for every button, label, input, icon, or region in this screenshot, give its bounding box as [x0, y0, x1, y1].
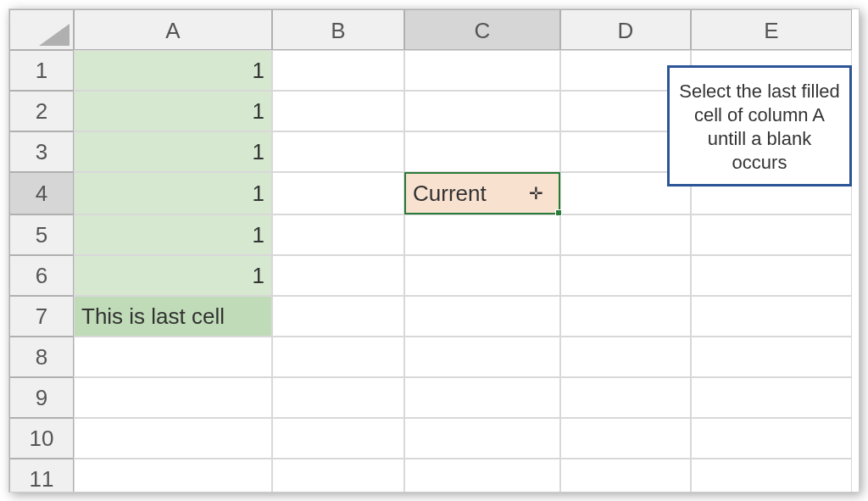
row-header-11[interactable]: 11	[9, 459, 74, 493]
row-header-2[interactable]: 2	[9, 91, 74, 131]
row-header-8[interactable]: 8	[9, 337, 74, 377]
cell-a3[interactable]: 1	[74, 131, 272, 172]
cell-b1[interactable]	[272, 50, 404, 91]
cell-b3[interactable]	[272, 131, 404, 172]
cell-d8[interactable]	[560, 337, 691, 377]
cell-c7[interactable]	[404, 296, 560, 337]
cell-b2[interactable]	[272, 91, 404, 131]
cell-a2[interactable]: 1	[74, 91, 272, 131]
cell-c6[interactable]	[404, 255, 560, 296]
col-header-c[interactable]: C	[404, 9, 560, 50]
cell-e9[interactable]	[691, 377, 852, 418]
cell-d9[interactable]	[560, 377, 691, 418]
cell-e6[interactable]	[691, 255, 852, 296]
cell-d6[interactable]	[560, 255, 691, 296]
cell-a7[interactable]: This is last cell	[74, 296, 272, 337]
cell-b7[interactable]	[272, 296, 404, 337]
cell-a6[interactable]: 1	[74, 255, 272, 296]
cell-b8[interactable]	[272, 337, 404, 377]
cell-c3[interactable]	[404, 131, 560, 172]
col-header-a[interactable]: A	[74, 9, 272, 50]
cell-e5[interactable]	[691, 214, 852, 255]
cell-a1[interactable]: 1	[74, 50, 272, 91]
cell-a11[interactable]	[74, 459, 272, 493]
cell-a8[interactable]	[74, 337, 272, 377]
col-header-b[interactable]: B	[272, 9, 404, 50]
row-header-6[interactable]: 6	[9, 255, 74, 296]
cell-d5[interactable]	[560, 214, 691, 255]
cell-a5[interactable]: 1	[74, 214, 272, 255]
row-header-5[interactable]: 5	[9, 214, 74, 255]
row-header-4[interactable]: 4	[9, 172, 74, 214]
fill-handle[interactable]	[555, 209, 562, 216]
cell-cursor-icon: ✛	[529, 183, 543, 203]
col-header-e[interactable]: E	[691, 9, 852, 50]
cell-c9[interactable]	[404, 377, 560, 418]
row-header-3[interactable]: 3	[9, 131, 74, 172]
col-header-d[interactable]: D	[560, 9, 691, 50]
cell-e7[interactable]	[691, 296, 852, 337]
cell-c1[interactable]	[404, 50, 560, 91]
cell-d7[interactable]	[560, 296, 691, 337]
cell-c11[interactable]	[404, 459, 560, 493]
select-all-corner[interactable]	[9, 9, 74, 50]
cell-e11[interactable]	[691, 459, 852, 493]
cell-c5[interactable]	[404, 214, 560, 255]
cell-b6[interactable]	[272, 255, 404, 296]
cell-c10[interactable]	[404, 418, 560, 459]
cell-d10[interactable]	[560, 418, 691, 459]
cell-c4[interactable]: Current ✛	[404, 172, 560, 214]
cell-b5[interactable]	[272, 214, 404, 255]
spreadsheet[interactable]: A B C D E 1 1 2 1 3 1 4 1 Current ✛	[8, 8, 860, 493]
instruction-textbox[interactable]: Select the last filled cell of column A …	[667, 65, 852, 186]
cell-e8[interactable]	[691, 337, 852, 377]
cell-b9[interactable]	[272, 377, 404, 418]
cell-d11[interactable]	[560, 459, 691, 493]
cell-a4[interactable]: 1	[74, 172, 272, 214]
row-header-7[interactable]: 7	[9, 296, 74, 337]
row-header-1[interactable]: 1	[9, 50, 74, 91]
cell-c4-value: Current	[413, 181, 487, 207]
cell-b11[interactable]	[272, 459, 404, 493]
cell-b4[interactable]	[272, 172, 404, 214]
cell-c8[interactable]	[404, 337, 560, 377]
row-header-9[interactable]: 9	[9, 377, 74, 418]
row-header-10[interactable]: 10	[9, 418, 74, 459]
cell-b10[interactable]	[272, 418, 404, 459]
cell-a10[interactable]	[74, 418, 272, 459]
cell-c2[interactable]	[404, 91, 560, 131]
cell-e10[interactable]	[691, 418, 852, 459]
cell-a9[interactable]	[74, 377, 272, 418]
